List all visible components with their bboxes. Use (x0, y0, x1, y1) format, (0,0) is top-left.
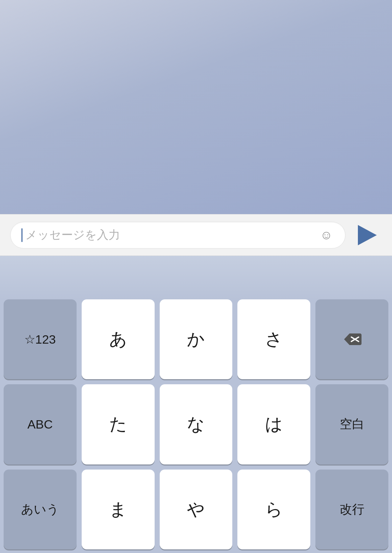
send-button[interactable] (353, 221, 382, 250)
aiu-key[interactable]: あいう (4, 470, 77, 549)
space-key[interactable]: 空白 (315, 384, 388, 464)
sa-key[interactable]: さ (237, 299, 310, 379)
keyboard-area: ☆123 あ か さ (0, 256, 392, 553)
ha-key[interactable]: は (237, 384, 310, 464)
input-field-wrapper[interactable]: メッセージを入力 ☺ (10, 222, 346, 249)
abc-key[interactable]: ABC (4, 384, 77, 464)
ra-key[interactable]: ら (237, 470, 310, 549)
input-placeholder: メッセージを入力 (25, 227, 318, 243)
symbol-key[interactable]: ☆123 (4, 299, 77, 379)
enter-key[interactable]: 改行 (315, 470, 388, 549)
suggestion-bar (0, 256, 392, 299)
delete-key[interactable] (315, 299, 388, 379)
text-cursor (21, 228, 23, 242)
keyboard-row-2: ABC た な は 空白 (4, 384, 388, 464)
send-icon (358, 225, 377, 245)
delete-icon (343, 332, 362, 347)
chat-background (0, 0, 392, 214)
emoji-button[interactable]: ☺ (318, 227, 334, 243)
ta-key[interactable]: た (82, 384, 155, 464)
ya-key[interactable]: や (160, 470, 233, 549)
keyboard-rows: ☆123 あ か さ (0, 299, 392, 553)
keyboard-row-3: あいう ま や ら 改行 (4, 470, 388, 549)
na-key[interactable]: な (160, 384, 233, 464)
ma-key[interactable]: ま (82, 470, 155, 549)
ka-key[interactable]: か (160, 299, 233, 379)
message-input-bar: メッセージを入力 ☺ (0, 214, 392, 256)
keyboard-row-1: ☆123 あ か さ (4, 299, 388, 379)
a-key[interactable]: あ (82, 299, 155, 379)
